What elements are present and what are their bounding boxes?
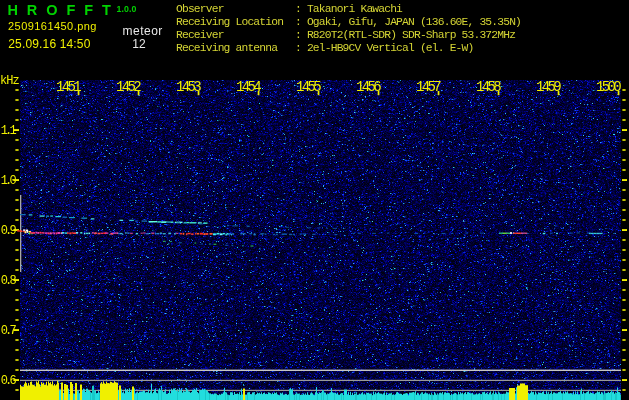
svg-text:12: 12	[132, 37, 146, 51]
svg-text:1455: 1455	[296, 79, 321, 95]
svg-text:1454: 1454	[236, 79, 261, 95]
svg-text:1452: 1452	[116, 79, 141, 95]
svg-text:1458: 1458	[476, 79, 501, 95]
svg-text:Receiving antenna : 2el-HB9C: Receiving antenna : 2el-HB9CV Vertical (…	[176, 42, 473, 54]
svg-text:1456: 1456	[356, 79, 381, 95]
svg-text:kHz: kHz	[0, 74, 19, 88]
svg-text:1457: 1457	[416, 79, 441, 95]
svg-text:1453: 1453	[176, 79, 201, 95]
svg-text:1500: 1500	[596, 79, 621, 95]
svg-text:1.0.0: 1.0.0	[117, 4, 137, 14]
svg-text:Receiving Location : Ogaki, G: Receiving Location : Ogaki, Gifu, JAPAN …	[176, 16, 521, 28]
svg-text:Receiver : R820T2(R: Receiver : R820T2(RTL-SDR) SDR-Sharp 53.…	[176, 29, 515, 41]
svg-text:meteor: meteor	[123, 24, 163, 38]
svg-text:1459: 1459	[536, 79, 561, 95]
svg-text:Observer : Takanori: Observer : Takanori Kawachi	[176, 3, 403, 15]
svg-text:25.09.16 14:50: 25.09.16 14:50	[8, 37, 90, 51]
svg-text:1451: 1451	[56, 79, 81, 95]
svg-text:2509161450.png: 2509161450.png	[8, 20, 97, 32]
svg-text:HROFFT: HROFFT	[8, 2, 120, 18]
